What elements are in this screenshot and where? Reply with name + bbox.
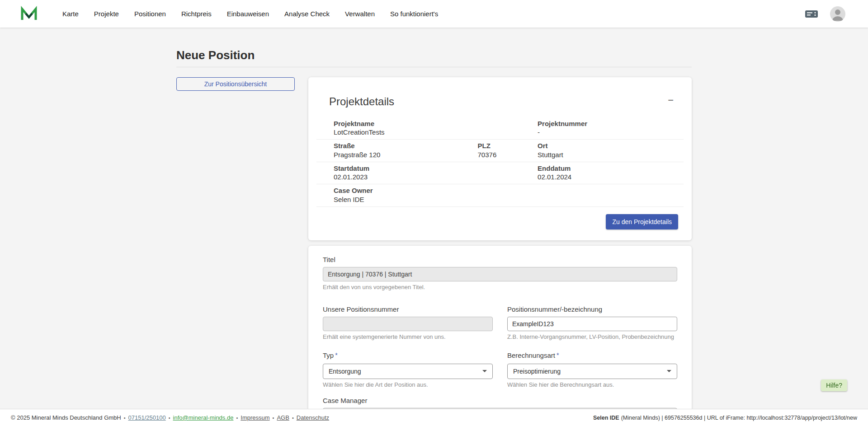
main-content: Neue Position Zur Positionsübersicht Pro… [0, 28, 868, 409]
main-nav: Karte Projekte Positionen Richtpreis Ein… [62, 10, 438, 18]
field-positionsnummer: Positionsnummer/-bezeichnung Z.B. Intern… [507, 305, 677, 341]
project-details-title: Projektdetails [329, 95, 394, 108]
chevron-down-icon [667, 370, 671, 372]
ort-value: Stuttgart [538, 151, 678, 159]
nav-item-positionen[interactable]: Positionen [134, 10, 166, 18]
nav-item-einbauweisen[interactable]: Einbauweisen [227, 10, 269, 18]
page-title: Neue Position [176, 48, 692, 62]
help-button[interactable]: Hilfe? [821, 379, 847, 391]
nav-item-so-funktionierts[interactable]: So funktioniert's [390, 10, 438, 18]
chevron-down-icon [482, 370, 487, 372]
pd-row-1: Projektname LotCreationTests Projektnumm… [316, 117, 684, 140]
typ-helper: Wählen Sie hier die Art der Position aus… [323, 381, 493, 389]
nav-item-richtpreis[interactable]: Richtpreis [181, 10, 212, 18]
collapse-icon[interactable]: − [668, 95, 674, 105]
field-ort: Ort Stuttgart [538, 142, 678, 159]
project-details-button[interactable]: Zu den Projektdetails [606, 214, 678, 229]
pd-row-4: Case Owner Selen IDE [316, 184, 684, 207]
unsere-positionsnummer-label: Unsere Positionsnummer [323, 305, 399, 314]
separator-dot: • [273, 415, 274, 421]
separator-dot: • [236, 415, 238, 421]
projektnummer-label: Projektnummer [538, 120, 678, 127]
nav-item-analyse-check[interactable]: Analyse Check [284, 10, 330, 18]
case-manager-label: Case Manager [323, 397, 367, 405]
strasse-value: Pragstraße 120 [334, 151, 478, 159]
field-unsere-positionsnummer: Unsere Positionsnummer Erhält eine syste… [323, 305, 493, 341]
left-column: Zur Positionsübersicht [176, 77, 308, 91]
positionsnummer-input[interactable] [507, 317, 677, 331]
form-grid: Unsere Positionsnummer Erhält eine syste… [323, 305, 677, 389]
berechnungsart-helper: Wählen Sie hier die Berechnungsart aus. [507, 381, 677, 389]
field-titel: Titel Erhält den von uns vorgegebenen Ti… [323, 256, 677, 291]
typ-label: Typ [323, 351, 334, 360]
footer-session-info: (Mineral Minds) | 69576255536d | URL of … [621, 415, 857, 421]
startdatum-value: 02.01.2023 [334, 173, 538, 181]
nav-item-karte[interactable]: Karte [62, 10, 79, 18]
title-divider [176, 67, 692, 67]
top-nav: Karte Projekte Positionen Richtpreis Ein… [0, 0, 868, 28]
field-case-manager: Case Manager [323, 397, 677, 409]
footer: © 2025 Mineral Minds Deutschland GmbH • … [0, 409, 868, 426]
project-details-fields: Projektname LotCreationTests Projektnumm… [316, 117, 684, 207]
field-berechnungsart: Berechnungsart* Preisoptimierung Wählen … [507, 351, 677, 389]
projektname-value: LotCreationTests [334, 128, 538, 136]
pd-row-2: Straße Pragstraße 120 PLZ 70376 Ort Stut… [316, 140, 684, 162]
typ-select[interactable]: Entsorgung [323, 364, 493, 379]
separator-dot: • [124, 415, 126, 421]
enddatum-label: Enddatum [538, 164, 678, 172]
separator-dot: • [292, 415, 294, 421]
position-form-card: Titel Erhält den von uns vorgegebenen Ti… [308, 246, 692, 409]
footer-user-name: Selen IDE [593, 415, 619, 421]
right-column: Projektdetails − Projektname LotCreation… [308, 77, 692, 409]
startdatum-label: Startdatum [334, 164, 538, 172]
project-details-card: Projektdetails − Projektname LotCreation… [308, 77, 692, 240]
projektname-label: Projektname [334, 120, 538, 127]
field-case-owner: Case Owner Selen IDE [334, 187, 678, 203]
berechnungsart-select[interactable]: Preisoptimierung [507, 364, 677, 379]
strasse-label: Straße [334, 142, 478, 150]
footer-link-phone[interactable]: 07151/250100 [128, 414, 166, 421]
header-actions [805, 6, 845, 22]
field-projektnummer: Projektnummer - [538, 120, 678, 136]
plz-value: 70376 [478, 151, 538, 159]
footer-left: © 2025 Mineral Minds Deutschland GmbH • … [11, 414, 329, 421]
pd-row-3: Startdatum 02.01.2023 Enddatum 02.01.202… [316, 162, 684, 185]
positionsnummer-label: Positionsnummer/-bezeichnung [507, 305, 602, 314]
berechnungsart-label: Berechnungsart [507, 351, 555, 360]
field-plz: PLZ 70376 [478, 142, 538, 159]
footer-link-agb[interactable]: AGB [277, 414, 289, 421]
case-owner-label: Case Owner [334, 187, 678, 194]
unsere-positionsnummer-input [323, 317, 493, 331]
field-projektname: Projektname LotCreationTests [334, 120, 538, 136]
footer-link-datenschutz[interactable]: Datenschutz [297, 414, 329, 421]
titel-helper: Erhält den von uns vorgegebenen Titel. [323, 284, 677, 291]
field-startdatum: Startdatum 02.01.2023 [334, 164, 538, 181]
footer-copyright: © 2025 Mineral Minds Deutschland GmbH [11, 414, 121, 421]
typ-select-value: Entsorgung [329, 368, 361, 375]
plz-label: PLZ [478, 142, 538, 150]
app-logo-icon[interactable] [20, 5, 38, 23]
titel-label: Titel [323, 256, 335, 264]
nav-item-projekte[interactable]: Projekte [94, 10, 119, 18]
field-strasse: Straße Pragstraße 120 [334, 142, 478, 159]
positionsnummer-helper: Z.B. Interne-Vorgangsnummer, LV-Position… [507, 333, 677, 341]
typ-required-marker: * [335, 351, 337, 359]
unsere-positionsnummer-helper: Erhält eine systemgenerierte Nummer von … [323, 333, 493, 341]
user-avatar-icon[interactable] [830, 6, 845, 22]
server-icon[interactable] [805, 9, 818, 19]
titel-input [323, 267, 677, 281]
field-enddatum: Enddatum 02.01.2024 [538, 164, 678, 181]
positions-overview-button[interactable]: Zur Positionsübersicht [176, 77, 295, 91]
ort-label: Ort [538, 142, 678, 150]
separator-dot: • [169, 415, 170, 421]
case-owner-value: Selen IDE [334, 196, 678, 203]
enddatum-value: 02.01.2024 [538, 173, 678, 181]
footer-link-email[interactable]: info@mineral-minds.de [173, 414, 234, 421]
footer-link-impressum[interactable]: Impressum [241, 414, 269, 421]
projektnummer-value: - [538, 128, 678, 136]
field-typ: Typ* Entsorgung Wählen Sie hier die Art … [323, 351, 493, 389]
footer-user-info: Selen IDE (Mineral Minds) | 69576255536d… [593, 415, 857, 421]
nav-item-verwalten[interactable]: Verwalten [345, 10, 375, 18]
berechnungsart-select-value: Preisoptimierung [513, 368, 561, 375]
berechnungsart-required-marker: * [557, 351, 559, 359]
